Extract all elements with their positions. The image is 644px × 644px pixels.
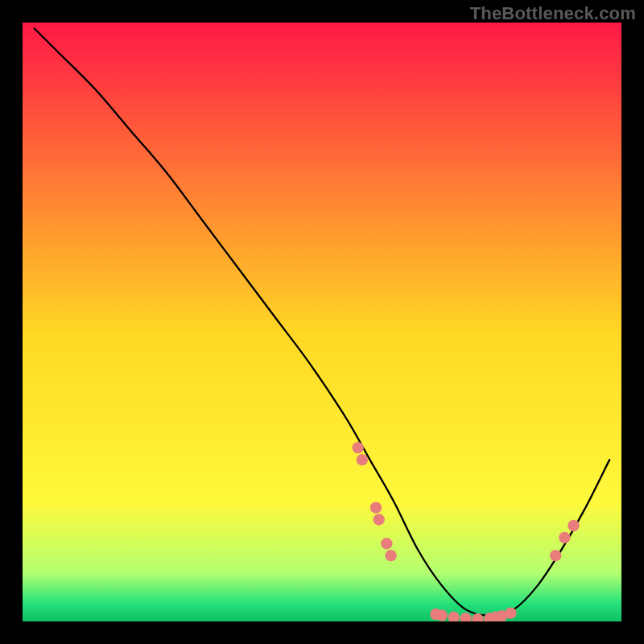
- data-marker: [370, 502, 382, 513]
- data-marker: [357, 454, 368, 465]
- data-marker: [352, 442, 363, 453]
- plot-svg: [23, 23, 621, 621]
- plot-area: [23, 23, 621, 621]
- data-marker: [559, 532, 570, 543]
- data-marker: [385, 550, 396, 561]
- data-marker: [381, 538, 392, 549]
- gradient-background: [23, 23, 621, 621]
- data-marker: [436, 609, 448, 621]
- chart-root: TheBottleneck.com: [0, 0, 644, 644]
- data-marker: [568, 520, 579, 531]
- data-marker: [373, 514, 384, 525]
- attribution-label: TheBottleneck.com: [470, 3, 636, 24]
- data-marker: [550, 550, 561, 561]
- data-marker: [505, 607, 516, 618]
